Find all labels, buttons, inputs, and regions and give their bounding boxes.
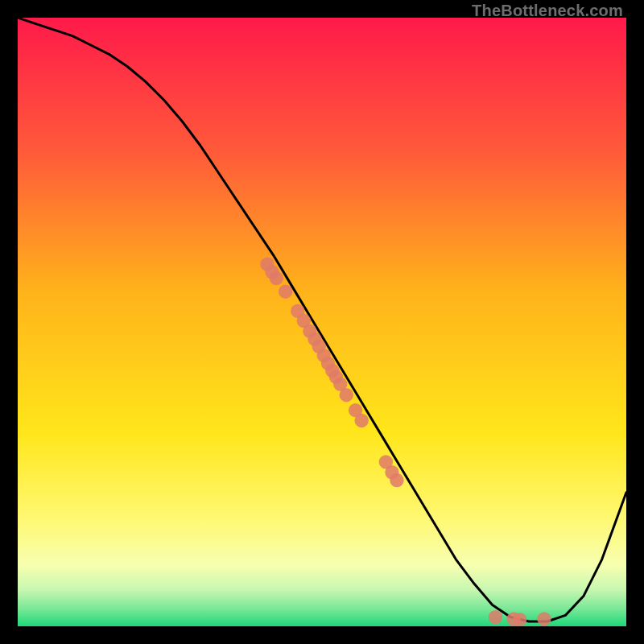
data-point [513, 613, 526, 626]
bottleneck-curve [18, 18, 626, 621]
plot-area [18, 18, 626, 626]
chart-svg [18, 18, 626, 626]
data-point [270, 271, 283, 285]
data-point [354, 414, 368, 427]
data-point [340, 388, 353, 402]
data-point [279, 285, 292, 299]
scatter-points [260, 257, 551, 626]
chart-frame: TheBottleneck.com [0, 0, 644, 644]
data-point [390, 473, 403, 487]
data-point [489, 610, 502, 624]
data-point [537, 612, 551, 625]
